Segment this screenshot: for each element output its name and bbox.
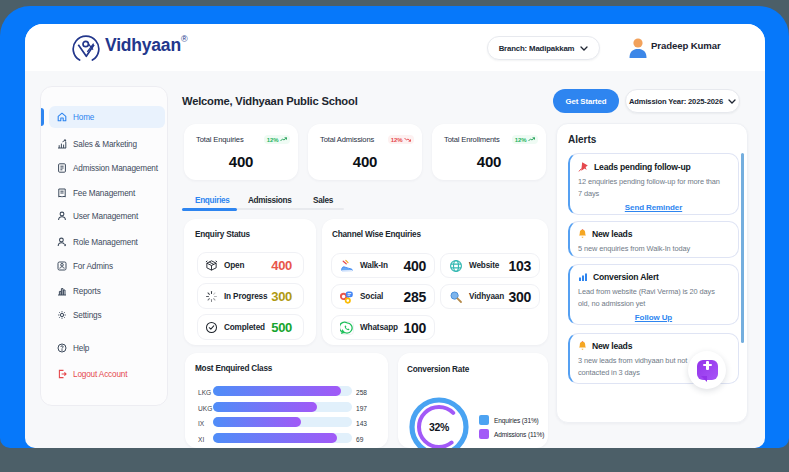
svg-text:32%: 32% — [429, 421, 450, 433]
